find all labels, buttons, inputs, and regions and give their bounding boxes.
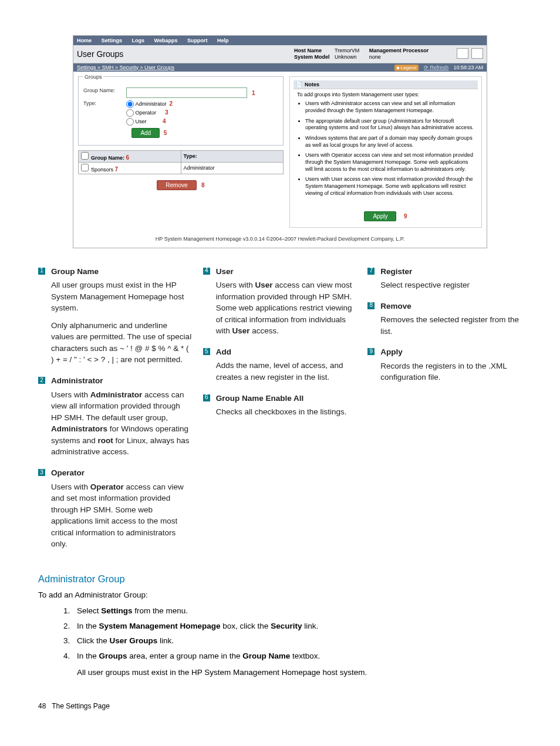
breadcrumb[interactable]: Settings » SMH » Security » User Groups bbox=[77, 65, 174, 70]
row-checkbox[interactable] bbox=[81, 164, 89, 171]
system-model-label: System Model bbox=[294, 54, 330, 60]
menu-support[interactable]: Support bbox=[187, 38, 208, 43]
title-bar: User Groups Host Name System Model Tremo… bbox=[73, 45, 487, 63]
section-heading-admin-group: Administrator Group bbox=[38, 573, 522, 585]
legend-term-4: User bbox=[216, 267, 234, 276]
legend-text: Select respective register bbox=[380, 279, 522, 291]
host-name-label: Host Name bbox=[294, 48, 330, 54]
legend-term-2: Administrator bbox=[51, 376, 103, 385]
legend-text: Checks all checkboxes in the listings. bbox=[216, 406, 357, 418]
notes-panel: Notes To add groups into System Manageme… bbox=[289, 76, 482, 228]
menu-help[interactable]: Help bbox=[217, 38, 229, 43]
page-footer-title: The Settings Page bbox=[52, 702, 110, 710]
legend-badge-9: 9 bbox=[367, 348, 375, 355]
radio-user-label: User bbox=[136, 119, 147, 124]
legend-text: Removes the selected register from the l… bbox=[380, 314, 522, 337]
host-name-value: TremorVM bbox=[335, 48, 359, 53]
apply-button[interactable]: Apply bbox=[364, 211, 396, 221]
legend-badge-1: 1 bbox=[38, 268, 45, 275]
header-checkbox[interactable] bbox=[81, 152, 89, 160]
mgmt-proc-label: Management Processor bbox=[369, 48, 429, 54]
type-label: Type: bbox=[83, 100, 124, 106]
admin-group-steps: Select Settings from the menu. In the Sy… bbox=[38, 605, 522, 679]
step-3: Click the User Groups link. bbox=[72, 634, 522, 647]
titlebar-icon-2[interactable] bbox=[471, 48, 483, 59]
legend-text: Only alphanumeric and underline values a… bbox=[51, 320, 193, 366]
screenshot-user-groups: Home Settings Logs Webapps Support Help … bbox=[73, 35, 487, 248]
titlebar-icons bbox=[456, 48, 483, 60]
legend-term-1: Group Name bbox=[51, 267, 99, 276]
legend-badge-5: 5 bbox=[203, 348, 210, 355]
menu-webapps[interactable]: Webapps bbox=[154, 38, 178, 43]
legend-button[interactable]: ■ Legend bbox=[394, 65, 419, 71]
col-type: Type: bbox=[181, 150, 284, 162]
legend-badge-7: 7 bbox=[367, 268, 375, 275]
legend-text: Records the registers in to the .XML con… bbox=[380, 360, 522, 383]
page-footer: 48 The Settings Page bbox=[38, 702, 522, 710]
menu-settings[interactable]: Settings bbox=[102, 38, 123, 43]
callout-5: 5 bbox=[164, 130, 167, 136]
system-model-value: Unknown bbox=[335, 54, 357, 60]
step-4: In the Groups area, enter a group name i… bbox=[72, 650, 522, 679]
table-row[interactable]: Sponsors 7 Administrator bbox=[79, 162, 284, 174]
callout-7: 7 bbox=[115, 166, 119, 173]
col-group-name: Group Name: bbox=[91, 155, 124, 161]
row-type: Administrator bbox=[181, 162, 284, 174]
menu-home[interactable]: Home bbox=[77, 38, 92, 43]
legend-text: Users with User access can view most inf… bbox=[216, 279, 357, 337]
legend-badge-3: 3 bbox=[38, 469, 45, 476]
add-button[interactable]: Add bbox=[131, 128, 160, 138]
callout-6: 6 bbox=[126, 154, 130, 161]
callout-9: 9 bbox=[404, 213, 407, 220]
legend-badge-6: 6 bbox=[203, 394, 210, 401]
legend-term-8: Remove bbox=[380, 302, 411, 310]
legend-term-9: Apply bbox=[380, 347, 403, 356]
step-4-note: All user groups must exist in the HP Sys… bbox=[77, 666, 522, 679]
callout-2: 2 bbox=[170, 100, 173, 107]
breadcrumb-bar: Settings » SMH » Security » User Groups … bbox=[73, 63, 487, 72]
legend-text: Users with Administrator access can view… bbox=[51, 389, 193, 458]
radio-administrator-label: Administrator bbox=[136, 101, 167, 107]
callout-8: 8 bbox=[201, 182, 205, 188]
mgmt-proc-value: none bbox=[369, 54, 381, 60]
group-name-input[interactable] bbox=[126, 87, 247, 98]
radio-operator[interactable] bbox=[126, 109, 134, 117]
remove-button[interactable]: Remove bbox=[157, 180, 196, 190]
groups-fieldset: Groups Group Name: 1 Type: Administrator… bbox=[78, 76, 284, 146]
screenshot-footer: HP System Management Homepage v3.0.0.14 … bbox=[73, 232, 487, 248]
page-title: User Groups bbox=[77, 49, 294, 59]
callout-1: 1 bbox=[252, 90, 255, 96]
notes-bullet: Users with User access can view most inf… bbox=[305, 176, 474, 197]
page-number: 48 bbox=[38, 702, 46, 710]
row-name: Sponsors bbox=[91, 167, 113, 173]
notes-bullet: Users with Operator access can view and … bbox=[305, 152, 474, 173]
refresh-link[interactable]: ⟳ Refresh bbox=[424, 65, 448, 70]
legend-text: All user groups must exist in the HP Sys… bbox=[51, 279, 193, 314]
group-name-label: Group Name: bbox=[83, 87, 124, 93]
notes-bullet: Users with Administrator access can view… bbox=[305, 100, 474, 114]
admin-group-intro: To add an Administrator Group: bbox=[38, 589, 522, 601]
legend-text: Users with Operator access can view and … bbox=[51, 481, 193, 550]
legend-term-5: Add bbox=[216, 347, 231, 356]
titlebar-icon-1[interactable] bbox=[457, 48, 468, 59]
legend-badge-8: 8 bbox=[367, 302, 375, 309]
legend-text: Adds the name, level of access, and crea… bbox=[216, 360, 357, 383]
notes-title: Notes bbox=[294, 80, 478, 89]
legend-term-7: Register bbox=[380, 267, 412, 276]
notes-bullet: The appropriate default user group (Admi… bbox=[305, 118, 474, 131]
groups-table: Group Name: 6 Type: Sponsors 7 Administr… bbox=[78, 150, 284, 174]
step-1: Select Settings from the menu. bbox=[72, 605, 522, 617]
legend-term-6: Group Name Enable All bbox=[216, 394, 304, 403]
callout-3: 3 bbox=[165, 109, 168, 116]
notes-intro: To add groups into System Management use… bbox=[297, 92, 474, 99]
groups-legend: Groups bbox=[83, 74, 103, 80]
radio-user[interactable] bbox=[126, 118, 134, 126]
callout-4: 4 bbox=[163, 118, 166, 124]
legend-badge-4: 4 bbox=[203, 268, 210, 275]
menu-logs[interactable]: Logs bbox=[132, 38, 145, 43]
legend-term-3: Operator bbox=[51, 468, 85, 477]
radio-administrator[interactable] bbox=[126, 100, 134, 108]
step-2: In the System Management Homepage box, c… bbox=[72, 620, 522, 633]
clock-time: 10:58:23 AM bbox=[453, 65, 483, 70]
app-menubar: Home Settings Logs Webapps Support Help bbox=[73, 36, 487, 45]
